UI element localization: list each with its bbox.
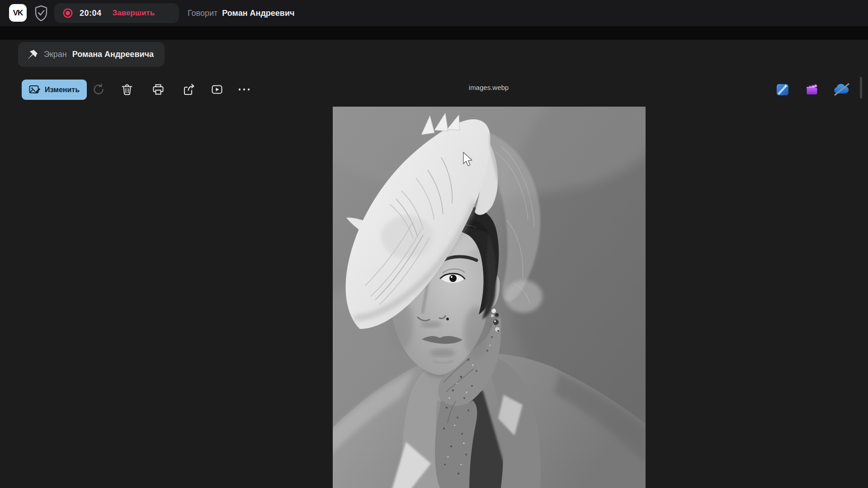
edit-button-label: Изменить: [45, 86, 80, 94]
privacy-shield-icon[interactable]: [34, 5, 48, 22]
active-speaker: Говорит Роман Андреевич: [188, 0, 294, 26]
video-editor-icon: [805, 83, 819, 96]
delete-button[interactable]: [118, 80, 136, 99]
mouse-cursor: [463, 152, 474, 167]
end-call-button[interactable]: Завершить: [113, 9, 155, 18]
rotate-icon: [92, 83, 105, 96]
recording-pill: 20:04 Завершить: [54, 3, 179, 23]
rotate-button[interactable]: [90, 80, 108, 99]
edit-image-button[interactable]: [776, 83, 789, 96]
screen-share-area: Экран Романа Андреевича Изменить: [0, 26, 868, 488]
more-button[interactable]: [235, 80, 253, 99]
photo-image[interactable]: [333, 107, 646, 488]
cloud-off-icon: [832, 83, 852, 96]
slideshow-button[interactable]: [208, 80, 226, 99]
speaker-name: Роман Андреевич: [222, 9, 294, 18]
speaking-label: Говорит: [188, 9, 217, 18]
vk-logo[interactable]: VK: [9, 4, 27, 22]
video-editor-button[interactable]: [805, 83, 819, 96]
pin-icon: [27, 49, 38, 60]
screen-owner-name: Романа Андреевича: [72, 50, 154, 59]
more-icon: [236, 83, 252, 96]
screen-label: Экран: [44, 50, 67, 59]
delete-icon: [121, 83, 133, 96]
print-icon: [152, 83, 165, 96]
call-top-bar: VK 20:04 Завершить Говорит Роман Андреев…: [0, 0, 868, 26]
edit-button[interactable]: Изменить: [22, 80, 87, 100]
print-button[interactable]: [149, 80, 167, 99]
edit-image-glyph-icon: [29, 84, 41, 95]
cloud-status-button[interactable]: [832, 83, 852, 96]
pinned-screen-banner[interactable]: Экран Романа Андреевича: [18, 42, 165, 67]
filename-label: images.webp: [443, 84, 534, 91]
share-button[interactable]: [180, 80, 198, 99]
share-icon: [183, 83, 195, 96]
edit-image-icon: [776, 83, 789, 96]
slideshow-icon: [211, 83, 223, 96]
record-icon: [62, 8, 73, 19]
recording-timer: 20:04: [80, 9, 102, 18]
scrollbar-thumb[interactable]: [860, 77, 862, 99]
